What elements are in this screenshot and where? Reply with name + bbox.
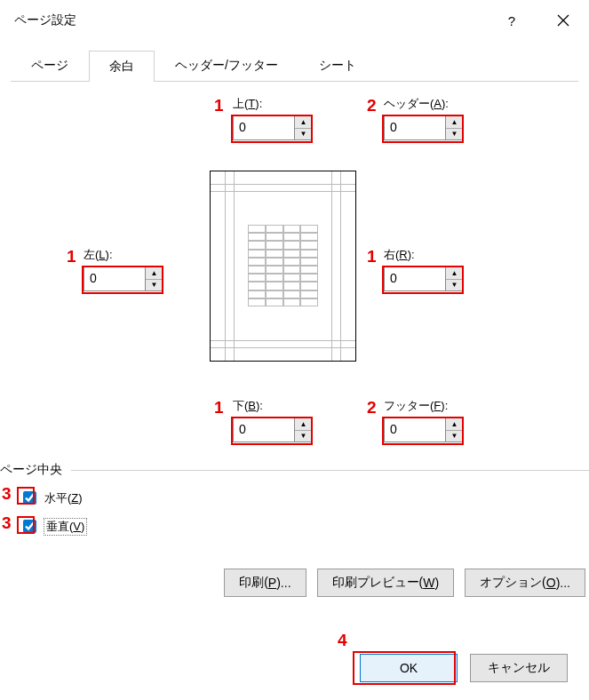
tab-page[interactable]: ページ — [11, 50, 89, 81]
ok-button[interactable]: OK — [360, 654, 458, 682]
print-button[interactable]: 印刷(P)... — [224, 569, 306, 597]
bottom-button-row: 印刷(P)... 印刷プレビュー(W) オプション(O)... — [224, 569, 585, 597]
margin-header-field: ヘッダー(A): 0 ▲▼ — [384, 96, 482, 140]
spin-down[interactable]: ▼ — [446, 431, 463, 442]
window-title: ページ設定 — [14, 12, 486, 28]
spin-up[interactable]: ▲ — [146, 267, 163, 280]
margin-footer-value[interactable]: 0 — [385, 418, 445, 441]
spin-down[interactable]: ▼ — [446, 280, 463, 291]
margin-left-value[interactable]: 0 — [84, 267, 145, 290]
margin-bottom-field: 下(B): 0 ▲▼ — [233, 398, 330, 442]
tab-margins[interactable]: 余白 — [89, 51, 155, 82]
center-vertical-checkbox[interactable]: 垂直(V) — [20, 517, 86, 536]
annotation-1b: 1 — [67, 247, 76, 266]
center-section-label: ページ中央 — [0, 462, 62, 478]
checkbox-vertical-label: 垂直(V) — [44, 519, 86, 535]
cancel-button[interactable]: キャンセル — [470, 654, 568, 682]
title-bar: ページ設定 ? — [0, 0, 589, 41]
margin-header-input[interactable]: 0 ▲▼ — [384, 115, 464, 140]
margin-right-label: 右(R): — [384, 247, 482, 263]
margin-right-field: 右(R): 0 ▲▼ — [384, 247, 482, 291]
annotation-4: 4 — [338, 631, 347, 650]
margin-top-label: 上(T): — [233, 96, 330, 112]
help-button[interactable]: ? — [486, 0, 537, 41]
margin-header-label: ヘッダー(A): — [384, 96, 482, 112]
close-button[interactable] — [537, 0, 589, 41]
margin-right-input[interactable]: 0 ▲▼ — [384, 266, 464, 291]
spin-up[interactable]: ▲ — [295, 116, 312, 129]
divider — [71, 470, 589, 471]
page-preview — [210, 171, 356, 362]
spin-up[interactable]: ▲ — [446, 267, 463, 280]
checkbox-horizontal-box[interactable] — [23, 491, 36, 505]
print-preview-button[interactable]: 印刷プレビュー(W) — [317, 569, 455, 597]
margin-left-label: 左(L): — [84, 247, 181, 263]
margin-footer-field: フッター(F): 0 ▲▼ — [384, 398, 482, 442]
annotation-2b: 2 — [367, 398, 377, 418]
tab-header-footer[interactable]: ヘッダー/フッター — [155, 50, 298, 81]
spin-up[interactable]: ▲ — [446, 116, 463, 129]
spin-up[interactable]: ▲ — [446, 418, 463, 431]
dialog-button-row: OK キャンセル — [360, 654, 568, 682]
tab-content: 上(T): 0 ▲▼ ヘッダー(A): 0 ▲▼ 左(L): 0 ▲▼ 右(R)… — [0, 82, 589, 625]
margin-left-field: 左(L): 0 ▲▼ — [84, 247, 181, 291]
spin-down[interactable]: ▼ — [295, 129, 312, 140]
close-icon — [557, 14, 569, 27]
checkbox-horizontal-label: 水平(Z) — [44, 490, 83, 506]
checkbox-vertical-box[interactable] — [23, 520, 36, 533]
spin-down[interactable]: ▼ — [446, 129, 463, 140]
annotation-3b: 3 — [2, 513, 12, 533]
margin-header-value[interactable]: 0 — [385, 116, 445, 139]
spin-up[interactable]: ▲ — [295, 418, 312, 431]
annotation-1c: 1 — [367, 247, 377, 266]
margin-footer-input[interactable]: 0 ▲▼ — [384, 418, 464, 442]
margin-left-input[interactable]: 0 ▲▼ — [84, 266, 163, 291]
options-button[interactable]: オプション(O)... — [465, 569, 585, 597]
margin-top-field: 上(T): 0 ▲▼ — [233, 96, 330, 140]
annotation-1a: 1 — [214, 96, 224, 115]
annotation-1d: 1 — [214, 398, 224, 418]
margin-bottom-value[interactable]: 0 — [234, 418, 294, 441]
tab-bar: ページ 余白 ヘッダー/フッター シート — [11, 50, 578, 82]
margin-top-input[interactable]: 0 ▲▼ — [233, 115, 313, 140]
margin-right-value[interactable]: 0 — [385, 267, 445, 290]
margin-bottom-input[interactable]: 0 ▲▼ — [233, 418, 313, 442]
spin-down[interactable]: ▼ — [146, 280, 163, 291]
margin-top-value[interactable]: 0 — [234, 116, 294, 139]
margin-bottom-label: 下(B): — [233, 398, 330, 414]
spin-down[interactable]: ▼ — [295, 431, 312, 442]
margin-footer-label: フッター(F): — [384, 398, 482, 414]
annotation-3a: 3 — [2, 484, 12, 504]
annotation-2a: 2 — [367, 96, 377, 115]
center-horizontal-checkbox[interactable]: 水平(Z) — [20, 489, 83, 507]
tab-sheet[interactable]: シート — [298, 50, 377, 81]
